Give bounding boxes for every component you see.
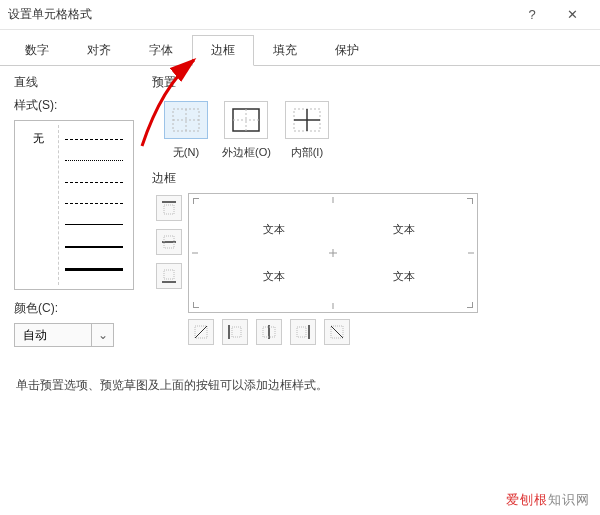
edge-marker	[192, 253, 198, 254]
watermark-rest: 知识网	[548, 492, 590, 507]
border-edit-area: 文本 文本 文本 文本	[152, 193, 586, 345]
tab-fill[interactable]: 填充	[254, 35, 316, 66]
tab-protection[interactable]: 保护	[316, 35, 378, 66]
preview-cell-text: 文本	[393, 269, 415, 284]
close-button[interactable]: ✕	[552, 1, 592, 29]
line-style-none[interactable]: 无	[19, 125, 59, 285]
preset-none-icon	[164, 101, 208, 139]
content-area: 直线 样式(S): 无 颜色(C): 自动 ⌄ 预置	[0, 66, 600, 355]
line-style-item[interactable]	[65, 246, 123, 248]
border-horizontal-buttons	[188, 319, 478, 345]
tab-alignment[interactable]: 对齐	[68, 35, 130, 66]
border-left-button[interactable]	[222, 319, 248, 345]
titlebar: 设置单元格格式 ? ✕	[0, 0, 600, 30]
line-section-label: 直线	[14, 74, 134, 91]
svg-rect-10	[164, 205, 174, 214]
line-style-item[interactable]	[65, 268, 123, 271]
border-section-label: 边框	[152, 170, 586, 187]
preset-none[interactable]: 无(N)	[164, 101, 208, 160]
edge-marker	[333, 303, 334, 309]
chevron-down-icon: ⌄	[91, 324, 113, 346]
line-style-samples	[59, 125, 129, 285]
border-bottom-button[interactable]	[156, 263, 182, 289]
preset-section-label: 预置	[152, 74, 586, 91]
corner-marker	[465, 300, 473, 308]
border-top-button[interactable]	[156, 195, 182, 221]
preset-row: 无(N) 外边框(O) 内部(I)	[152, 97, 586, 170]
tab-border[interactable]: 边框	[192, 35, 254, 66]
border-middle-h-button[interactable]	[156, 229, 182, 255]
watermark: 爱刨根知识网	[506, 491, 590, 509]
preset-none-label: 无(N)	[173, 145, 199, 160]
preview-cell-text: 文本	[393, 222, 415, 237]
border-vertical-buttons	[156, 195, 182, 289]
line-style-item[interactable]	[65, 203, 123, 204]
svg-line-16	[195, 326, 207, 338]
line-style-item[interactable]	[65, 160, 123, 161]
border-diag-down-button[interactable]	[324, 319, 350, 345]
preset-inside[interactable]: 内部(I)	[285, 101, 329, 160]
center-marker	[329, 253, 337, 254]
color-label: 颜色(C):	[14, 300, 134, 317]
border-preview[interactable]: 文本 文本 文本 文本	[188, 193, 478, 313]
preset-outline-label: 外边框(O)	[222, 145, 271, 160]
style-label: 样式(S):	[14, 97, 134, 114]
tab-number[interactable]: 数字	[6, 35, 68, 66]
preset-outline[interactable]: 外边框(O)	[222, 101, 271, 160]
line-style-item[interactable]	[65, 224, 123, 225]
corner-marker	[193, 198, 201, 206]
line-style-item[interactable]	[65, 139, 123, 140]
preset-inside-label: 内部(I)	[291, 145, 323, 160]
border-diag-up-button[interactable]	[188, 319, 214, 345]
help-button[interactable]: ?	[512, 1, 552, 29]
edge-marker	[333, 197, 334, 203]
border-right-button[interactable]	[290, 319, 316, 345]
color-value: 自动	[15, 327, 91, 344]
preview-cell-text: 文本	[263, 222, 285, 237]
svg-rect-18	[232, 327, 241, 337]
border-middle-v-button[interactable]	[256, 319, 282, 345]
corner-marker	[465, 198, 473, 206]
svg-rect-22	[297, 327, 306, 337]
tab-bar: 数字 对齐 字体 边框 填充 保护	[0, 30, 600, 66]
watermark-red: 爱刨根	[506, 492, 548, 507]
preview-cell-text: 文本	[263, 269, 285, 284]
edge-marker	[468, 253, 474, 254]
dialog-title: 设置单元格格式	[8, 6, 512, 23]
corner-marker	[193, 300, 201, 308]
hint-text: 单击预置选项、预览草图及上面的按钮可以添加边框样式。	[0, 355, 600, 394]
preset-inside-icon	[285, 101, 329, 139]
svg-rect-14	[164, 270, 174, 279]
color-select[interactable]: 自动 ⌄	[14, 323, 114, 347]
svg-line-24	[331, 326, 343, 338]
left-column: 直线 样式(S): 无 颜色(C): 自动 ⌄	[14, 74, 134, 347]
line-style-item[interactable]	[65, 182, 123, 183]
preset-outline-icon	[224, 101, 268, 139]
right-column: 预置 无(N) 外边框(O) 内部(I) 边框	[152, 74, 586, 347]
line-style-list[interactable]: 无	[14, 120, 134, 290]
tab-font[interactable]: 字体	[130, 35, 192, 66]
